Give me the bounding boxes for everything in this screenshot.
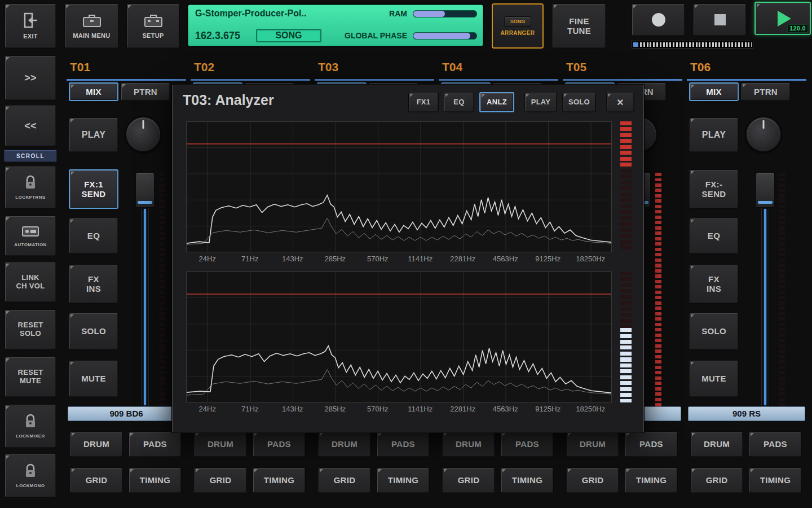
level-meter xyxy=(655,173,661,406)
fader-handle[interactable] xyxy=(756,173,775,208)
track-title: T02 xyxy=(191,55,310,81)
dialog-title: T03: Analyzer xyxy=(183,92,274,108)
setup-case-icon xyxy=(143,12,164,30)
timing-button[interactable]: TIMING xyxy=(253,467,306,493)
lock-mono-button[interactable]: LOCKMONO xyxy=(5,454,56,498)
analyzer-dialog: T03: Analyzer FX1 EQ ANLZ PLAY SOLO × 24… xyxy=(172,85,644,432)
close-icon[interactable]: × xyxy=(606,92,634,112)
fader-handle[interactable] xyxy=(135,173,155,208)
pan-knob[interactable] xyxy=(745,116,782,152)
record-button[interactable] xyxy=(632,3,685,36)
lcd-mode-chip[interactable]: SONG xyxy=(256,29,321,42)
song-chip[interactable]: SONG xyxy=(504,16,532,27)
lock-icon xyxy=(24,463,37,481)
reset-mute-button[interactable]: RESET MUTE xyxy=(5,357,56,397)
grid-button[interactable]: GRID xyxy=(318,467,371,493)
scroll-left-button[interactable]: << xyxy=(5,105,56,147)
dialog-solo-button[interactable]: SOLO xyxy=(562,92,596,112)
timing-button[interactable]: TIMING xyxy=(749,467,802,493)
pads-button[interactable]: PADS xyxy=(749,431,802,457)
grid-button[interactable]: GRID xyxy=(70,467,123,493)
setup-button[interactable]: SETUP xyxy=(126,3,180,49)
drum-button[interactable]: DRUM xyxy=(194,431,247,457)
pads-button[interactable]: PADS xyxy=(625,431,678,457)
meter-red-segments xyxy=(620,121,632,169)
analyzer-tab[interactable]: ANLZ xyxy=(479,92,514,112)
automation-button[interactable]: AUTOMATION xyxy=(5,216,56,256)
timing-button[interactable]: TIMING xyxy=(625,467,678,493)
play-transport-button[interactable]: 120.0 xyxy=(754,2,811,35)
grid-button[interactable]: GRID xyxy=(194,467,247,493)
chevron-right-icon: >> xyxy=(24,72,37,84)
global-phase-fill xyxy=(413,33,470,39)
fine-tune-button[interactable]: FINE TUNE xyxy=(552,3,606,49)
pads-button[interactable]: PADS xyxy=(377,431,430,457)
timing-button[interactable]: TIMING xyxy=(501,467,554,493)
mute-button[interactable]: MUTE xyxy=(689,360,739,397)
eq-tab[interactable]: EQ xyxy=(444,92,474,112)
scroll-right-button[interactable]: >> xyxy=(5,55,56,100)
lock-patterns-button[interactable]: LOCKPTRNS xyxy=(5,166,56,209)
app-root: { "top_bar": { "exit_label": "EXIT", "ma… xyxy=(0,0,812,508)
grid-button[interactable]: GRID xyxy=(442,467,495,493)
eq-button[interactable]: EQ xyxy=(69,218,118,254)
volume-fader[interactable] xyxy=(754,173,776,406)
pads-button[interactable]: PADS xyxy=(501,431,554,457)
grid-button[interactable]: GRID xyxy=(566,467,619,493)
fx-send-button[interactable]: FX:1 SEND xyxy=(69,169,118,209)
track-name-pad[interactable]: 909 RS xyxy=(688,406,805,421)
grid-button[interactable]: GRID xyxy=(690,467,743,493)
fx-ins-line1: FX xyxy=(88,274,99,284)
fx1-tab[interactable]: FX1 xyxy=(408,92,439,112)
solo-button[interactable]: SOLO xyxy=(69,313,118,350)
timing-button[interactable]: TIMING xyxy=(129,467,182,493)
dialog-play-button[interactable]: PLAY xyxy=(524,92,557,112)
fx-send-button[interactable]: FX:- SEND xyxy=(689,169,739,209)
drum-button[interactable]: DRUM xyxy=(318,431,371,457)
timing-button[interactable]: TIMING xyxy=(377,467,430,493)
main-menu-button[interactable]: MAIN MENU xyxy=(64,3,119,49)
link-channel-volume-button[interactable]: LINK CH VOL xyxy=(5,262,56,303)
exit-icon xyxy=(21,12,40,30)
drum-button[interactable]: DRUM xyxy=(442,431,495,457)
ram-usage-fill xyxy=(413,11,445,17)
track-play-button[interactable]: PLAY xyxy=(69,117,118,152)
volume-fader[interactable] xyxy=(134,173,156,406)
pan-knob[interactable] xyxy=(125,116,161,152)
reset-solo-button[interactable]: RESET SOLO xyxy=(5,309,56,350)
track-name-pad[interactable]: 909 BD6 xyxy=(68,406,185,421)
solo-button[interactable]: SOLO xyxy=(689,313,739,350)
lcd-global-phase-label: GLOBAL PHASE xyxy=(321,31,407,40)
mix-tab[interactable]: MIX xyxy=(69,82,118,101)
drum-button[interactable]: DRUM xyxy=(70,431,123,457)
track-title: T01 xyxy=(67,55,186,81)
pattern-tab[interactable]: PTRN xyxy=(741,82,791,101)
pads-button[interactable]: PADS xyxy=(129,431,182,457)
dialog-toolbar: FX1 EQ ANLZ PLAY SOLO × xyxy=(408,92,634,112)
pattern-tab[interactable]: PTRN xyxy=(121,82,170,101)
exit-button[interactable]: EXIT xyxy=(5,3,56,49)
track-title: T03 xyxy=(315,55,434,81)
drum-button[interactable]: DRUM xyxy=(566,431,619,457)
peak-meter-2 xyxy=(620,271,632,402)
fx-insert-button[interactable]: FX INS xyxy=(69,264,118,304)
track-play-button[interactable]: PLAY xyxy=(689,117,739,152)
pads-button[interactable]: PADS xyxy=(253,431,306,457)
fx-insert-button[interactable]: FX INS xyxy=(689,264,739,304)
toolbox-icon xyxy=(81,12,103,30)
lock-mixer-label: LOCKMIXER xyxy=(16,433,45,439)
song-arranger-button[interactable]: SONG ARRANGER xyxy=(492,3,544,49)
ram-usage-bar xyxy=(413,10,477,17)
fx-send-line1: FX:- xyxy=(705,179,722,189)
mute-button[interactable]: MUTE xyxy=(69,360,118,397)
song-position-strip[interactable] xyxy=(632,41,753,49)
scroll-label: SCROLL xyxy=(5,150,56,161)
mix-tab[interactable]: MIX xyxy=(689,82,739,101)
stop-button[interactable] xyxy=(693,3,747,36)
play-icon xyxy=(778,11,791,27)
eq-button[interactable]: EQ xyxy=(689,218,739,254)
track-title: T05 xyxy=(563,55,682,81)
drum-button[interactable]: DRUM xyxy=(690,431,743,457)
reset-solo-line1: RESET xyxy=(18,321,43,330)
lock-mixer-button[interactable]: LOCKMIXER xyxy=(5,404,56,448)
